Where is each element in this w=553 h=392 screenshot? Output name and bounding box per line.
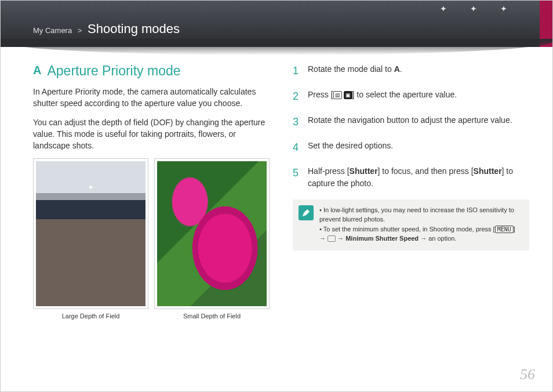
step-item: 5 Half-press [Shutter] to focus, and the… bbox=[293, 165, 529, 189]
note-icon bbox=[299, 205, 314, 220]
note-item: In low-light settings, you may need to i… bbox=[319, 205, 521, 224]
section-heading: Aperture Priority mode bbox=[47, 63, 180, 79]
note-box: In low-light settings, you may need to i… bbox=[293, 199, 529, 251]
step-text: Rotate the navigation button to adjust t… bbox=[308, 114, 512, 129]
figure-caption: Small Depth of Field bbox=[154, 313, 270, 320]
page-header: ✦ ✦ ✦ My Camera > Shooting modes bbox=[1, 1, 552, 47]
step-number: 1 bbox=[293, 63, 302, 78]
aperture-mode-icon: A bbox=[33, 64, 41, 77]
mode-dial-a-icon: A bbox=[394, 64, 400, 74]
accent-bar bbox=[540, 1, 552, 47]
step-text: Half-press [Shutter] to focus, and then … bbox=[308, 165, 529, 189]
steps-list: 1 Rotate the mode dial to A. 2 Press [▤▣… bbox=[293, 63, 529, 189]
exposure-button-icon: ▤ bbox=[333, 91, 342, 99]
figure-small-dof: Small Depth of Field bbox=[154, 158, 270, 320]
page-title: Shooting modes bbox=[88, 21, 180, 36]
step-item: 1 Rotate the mode dial to A. bbox=[293, 63, 529, 78]
figure-large-dof: Large Depth of Field bbox=[33, 158, 148, 320]
sample-photo-large-dof bbox=[36, 161, 145, 306]
step-item: 4 Set the desired options. bbox=[293, 140, 529, 155]
figure-image-box bbox=[154, 158, 270, 309]
step-number: 4 bbox=[293, 140, 302, 155]
note-list: In low-light settings, you may need to i… bbox=[319, 205, 521, 244]
step-item: 3 Rotate the navigation button to adjust… bbox=[293, 114, 529, 129]
figure-image-box bbox=[33, 158, 148, 309]
left-column: A Aperture Priority mode In Aperture Pri… bbox=[33, 63, 270, 320]
figure-row: Large Depth of Field Small Depth of Fiel… bbox=[33, 158, 270, 320]
step-text: Press [▤▣] to select the aperture value. bbox=[308, 89, 457, 104]
sample-photo-small-dof bbox=[157, 161, 267, 306]
step-text: Set the desired options. bbox=[308, 140, 393, 155]
content-columns: A Aperture Priority mode In Aperture Pri… bbox=[1, 47, 552, 320]
step-text: Rotate the mode dial to A. bbox=[308, 63, 402, 78]
metering-button-icon: ▣ bbox=[344, 91, 352, 99]
step-item: 2 Press [▤▣] to select the aperture valu… bbox=[293, 89, 529, 104]
header-decor-stars: ✦ ✦ ✦ bbox=[440, 4, 518, 13]
right-column: 1 Rotate the mode dial to A. 2 Press [▤▣… bbox=[293, 63, 529, 320]
pen-icon bbox=[301, 208, 311, 217]
section-heading-row: A Aperture Priority mode bbox=[33, 63, 270, 79]
camera-button-icon bbox=[328, 235, 336, 242]
manual-page: ✦ ✦ ✦ My Camera > Shooting modes A Apert… bbox=[0, 0, 553, 392]
step-number: 2 bbox=[293, 89, 302, 104]
figure-caption: Large Depth of Field bbox=[33, 313, 148, 320]
page-number: 56 bbox=[520, 366, 535, 383]
breadcrumb-sep: > bbox=[74, 26, 86, 35]
intro-paragraph-2: You can adjust the depth of field (DOF) … bbox=[33, 117, 270, 152]
breadcrumb-root: My Camera bbox=[33, 26, 72, 35]
intro-paragraph-1: In Aperture Priority mode, the camera au… bbox=[33, 86, 270, 110]
note-item: To set the minimum shutter speed, in Sho… bbox=[319, 224, 521, 244]
breadcrumb: My Camera > Shooting modes bbox=[33, 21, 180, 37]
step-number: 3 bbox=[293, 114, 302, 129]
menu-button-icon: MENU bbox=[495, 226, 514, 233]
step-number: 5 bbox=[293, 165, 302, 189]
button-icons: ▤▣ bbox=[333, 91, 352, 99]
